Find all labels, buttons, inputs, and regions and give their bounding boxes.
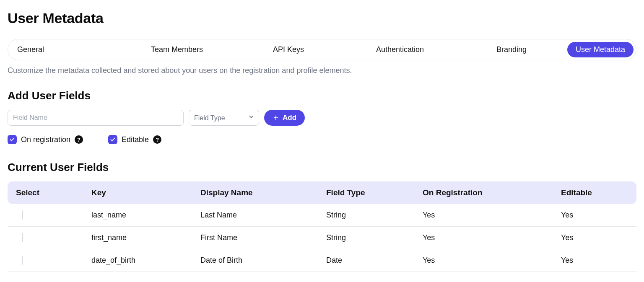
cell-display-name: First Name bbox=[200, 233, 326, 242]
col-select: Select bbox=[16, 188, 91, 197]
col-key: Key bbox=[91, 188, 200, 197]
cell-field-type: String bbox=[326, 211, 423, 220]
cell-key: first_name bbox=[91, 233, 200, 242]
editable-group: Editable ? bbox=[108, 135, 161, 144]
add-user-fields-title: Add User Fields bbox=[8, 89, 636, 102]
cell-editable: Yes bbox=[561, 233, 628, 242]
table-header: Select Key Display Name Field Type On Re… bbox=[8, 181, 636, 204]
editable-checkbox[interactable] bbox=[108, 135, 117, 144]
cell-display-name: Date of Birth bbox=[200, 256, 326, 265]
cell-on-registration: Yes bbox=[423, 256, 561, 265]
page-subtitle: Customize the metadata collected and sto… bbox=[8, 66, 636, 75]
tab-api-keys[interactable]: API Keys bbox=[233, 41, 344, 58]
tabs: General Team Members API Keys Authentica… bbox=[8, 39, 636, 60]
add-button-label: Add bbox=[283, 114, 296, 122]
table-row: first_name First Name String Yes Yes bbox=[8, 227, 636, 249]
add-user-fields-row: Field Type Add bbox=[8, 110, 636, 126]
tab-branding[interactable]: Branding bbox=[456, 41, 567, 58]
tab-user-metadata[interactable]: User Metadata bbox=[567, 42, 634, 57]
add-button[interactable]: Add bbox=[264, 110, 305, 126]
tab-authentication[interactable]: Authentication bbox=[344, 41, 456, 58]
plus-icon bbox=[273, 114, 279, 121]
cell-display-name: Last Name bbox=[200, 211, 326, 220]
cell-field-type: String bbox=[326, 233, 423, 242]
tab-team-members[interactable]: Team Members bbox=[121, 41, 233, 58]
row-select-checkbox[interactable] bbox=[22, 256, 23, 265]
page-title: User Metadata bbox=[8, 10, 636, 26]
col-editable: Editable bbox=[561, 188, 628, 197]
on-registration-label: On registration bbox=[21, 135, 70, 144]
field-name-input[interactable] bbox=[8, 110, 184, 126]
field-type-select-wrap: Field Type bbox=[189, 110, 259, 126]
tab-general[interactable]: General bbox=[10, 41, 121, 58]
table-row: date_of_birth Date of Birth Date Yes Yes bbox=[8, 249, 636, 272]
row-select-checkbox[interactable] bbox=[22, 210, 23, 220]
row-select-checkbox[interactable] bbox=[22, 233, 23, 242]
col-on-registration: On Registration bbox=[423, 188, 561, 197]
editable-label: Editable bbox=[122, 135, 149, 144]
cell-key: last_name bbox=[91, 211, 200, 220]
col-field-type: Field Type bbox=[326, 188, 423, 197]
col-display-name: Display Name bbox=[200, 188, 326, 197]
add-options-row: On registration ? Editable ? bbox=[8, 135, 636, 144]
field-type-select[interactable]: Field Type bbox=[189, 110, 259, 126]
on-registration-checkbox[interactable] bbox=[8, 135, 17, 144]
cell-editable: Yes bbox=[561, 211, 628, 220]
table-row: last_name Last Name String Yes Yes bbox=[8, 204, 636, 227]
cell-on-registration: Yes bbox=[423, 233, 561, 242]
cell-editable: Yes bbox=[561, 256, 628, 265]
cell-key: date_of_birth bbox=[91, 256, 200, 265]
cell-field-type: Date bbox=[326, 256, 423, 265]
on-registration-group: On registration ? bbox=[8, 135, 83, 144]
help-icon[interactable]: ? bbox=[153, 135, 161, 144]
cell-on-registration: Yes bbox=[423, 211, 561, 220]
help-icon[interactable]: ? bbox=[75, 135, 83, 144]
current-user-fields-title: Current User Fields bbox=[8, 161, 636, 174]
